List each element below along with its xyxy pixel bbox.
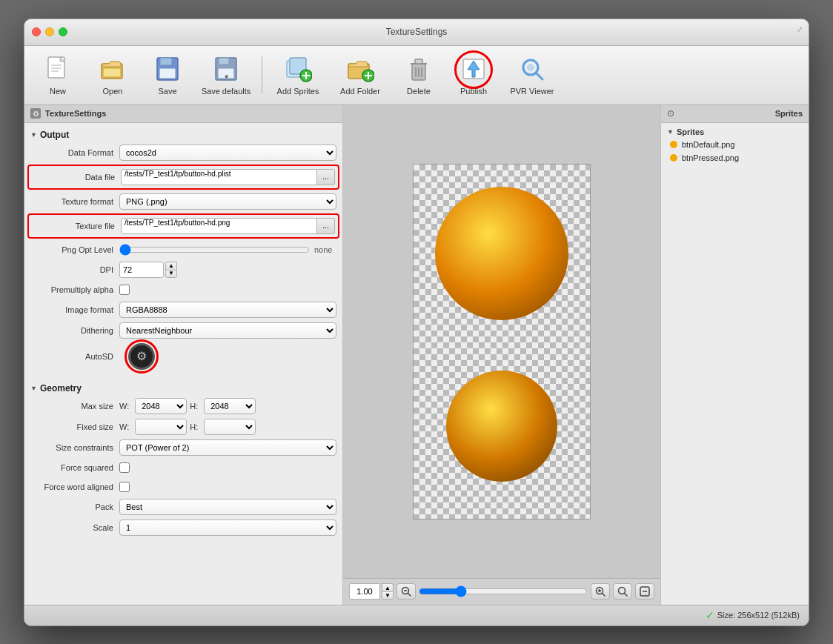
- svg-rect-25: [415, 59, 422, 64]
- texture-file-control: /tests/TP_test1/tp/button-hd.png ...: [121, 218, 335, 234]
- texture-format-select[interactable]: PNG (.png): [119, 193, 336, 210]
- zoom-stepper-up[interactable]: ▲: [382, 583, 394, 591]
- zoom-stepper-down[interactable]: ▼: [382, 591, 394, 600]
- png-opt-row: Png Opt Level none: [24, 240, 342, 259]
- sprite-item-0[interactable]: btnDefault.png: [661, 138, 809, 151]
- sprite-item-1[interactable]: btnPressed.png: [661, 151, 809, 165]
- data-file-row: Data file /tests/TP_test1/tp/button-hd.p…: [27, 165, 339, 190]
- force-word-aligned-row: Force word aligned: [24, 477, 342, 497]
- premultiply-label: Premultiply alpha: [30, 285, 119, 294]
- delete-icon: [404, 54, 434, 84]
- data-format-select[interactable]: cocos2d: [119, 145, 336, 161]
- force-squared-control: [119, 462, 336, 473]
- texture-format-row: Texture format PNG (.png): [24, 191, 342, 212]
- image-format-control: RGBA8888: [119, 302, 336, 318]
- add-sprites-button[interactable]: Add Sprites: [268, 49, 328, 101]
- canvas-toolbar: ▲ ▼: [343, 578, 660, 605]
- dpi-row: DPI 72 ▲ ▼: [24, 259, 342, 280]
- geometry-section-header[interactable]: ▼ Geometry: [24, 381, 342, 396]
- pack-row: Pack Best: [24, 497, 342, 517]
- image-format-label: Image format: [30, 305, 119, 314]
- open-button[interactable]: Open: [87, 49, 139, 101]
- zoom-fit-button[interactable]: [613, 583, 632, 600]
- sprites-panel-title: Sprites: [775, 109, 803, 118]
- zoom-input[interactable]: [349, 583, 380, 600]
- premultiply-row: Premultiply alpha: [24, 280, 342, 299]
- png-opt-value: none: [314, 245, 336, 254]
- zoom-stepper: ▲ ▼: [382, 583, 394, 600]
- max-size-w-select[interactable]: 2048: [135, 398, 187, 414]
- max-size-control: W: 2048 H: 2048: [119, 398, 336, 414]
- data-file-label: Data file: [32, 173, 121, 182]
- traffic-lights: [32, 27, 67, 36]
- scale-select[interactable]: 1: [119, 519, 336, 536]
- save-button[interactable]: Save: [142, 49, 193, 101]
- sprite-name-0: btnDefault.png: [682, 140, 735, 149]
- save-icon: [153, 54, 182, 84]
- scale-row: Scale 1: [24, 517, 342, 538]
- max-size-h-select[interactable]: 2048: [204, 398, 256, 414]
- output-section-header[interactable]: ▼ Output: [24, 127, 342, 142]
- fixed-h-label: H:: [190, 422, 198, 431]
- dithering-label: Dithering: [30, 326, 119, 335]
- delete-button[interactable]: Delete: [393, 49, 445, 101]
- canvas-wrapper[interactable]: [343, 105, 660, 578]
- data-file-input[interactable]: /tests/TP_test1/tp/button-hd.plist: [121, 169, 317, 185]
- texture-file-input[interactable]: /tests/TP_test1/tp/button-hd.png: [121, 218, 317, 234]
- data-file-browse-button[interactable]: ...: [317, 169, 335, 185]
- size-constraints-label: Size constraints: [30, 443, 119, 452]
- zoom-out-button[interactable]: [396, 583, 416, 600]
- dpi-stepper-up[interactable]: ▲: [165, 262, 177, 270]
- autosd-button[interactable]: ⚙: [128, 343, 155, 370]
- resize-icon: ⤢: [797, 25, 803, 33]
- texture-file-row: Texture file /tests/TP_test1/tp/button-h…: [27, 213, 339, 239]
- texture-file-browse-button[interactable]: ...: [317, 218, 335, 234]
- sprite-name-1: btnPressed.png: [682, 153, 739, 162]
- add-sprites-label: Add Sprites: [277, 87, 319, 96]
- left-panel-header: ⚙ TextureSettings: [24, 105, 342, 123]
- force-word-aligned-checkbox[interactable]: [119, 482, 130, 492]
- new-button[interactable]: New: [32, 49, 84, 101]
- publish-button[interactable]: Publish: [448, 49, 500, 101]
- premultiply-checkbox[interactable]: [119, 285, 130, 295]
- zoom-slider[interactable]: [419, 586, 588, 597]
- texture-format-control: PNG (.png): [119, 193, 336, 210]
- geometry-title: Geometry: [40, 383, 82, 394]
- scale-label: Scale: [30, 523, 119, 532]
- dpi-label: DPI: [30, 265, 119, 274]
- fixed-size-w-select[interactable]: [135, 419, 187, 435]
- add-folder-icon: [345, 54, 375, 84]
- maximize-button[interactable]: [59, 27, 67, 36]
- pvr-viewer-button[interactable]: PVR Viewer: [502, 49, 562, 101]
- dpi-stepper: ▲ ▼: [165, 262, 177, 278]
- fixed-size-label: Fixed size: [30, 422, 119, 431]
- png-opt-slider[interactable]: [119, 245, 310, 255]
- save-defaults-button[interactable]: ★ Save defaults: [196, 49, 256, 101]
- pack-select[interactable]: Best: [119, 499, 336, 515]
- autosd-control: ⚙: [119, 343, 336, 370]
- toolbar: New Open Save: [24, 46, 809, 105]
- close-button[interactable]: [32, 27, 41, 36]
- size-constraints-select[interactable]: POT (Power of 2): [119, 439, 336, 456]
- add-folder-button[interactable]: Add Folder: [331, 49, 390, 101]
- dithering-select-wrapper: NearestNeighbour: [119, 322, 336, 339]
- sprites-section-header[interactable]: ▼ Sprites: [661, 126, 809, 138]
- zoom-input-group: ▲ ▼: [349, 583, 394, 600]
- force-squared-row: Force squared: [24, 458, 342, 477]
- dpi-stepper-down[interactable]: ▼: [165, 270, 177, 278]
- geometry-section: ▼ Geometry Max size W: 2048 H: 2048: [24, 376, 342, 542]
- ball-small: [446, 371, 557, 482]
- fixed-size-h-select[interactable]: [204, 419, 256, 435]
- dpi-input-group: 72 ▲ ▼: [119, 262, 177, 278]
- zoom-in-button[interactable]: [591, 583, 610, 600]
- image-format-select[interactable]: RGBA8888: [119, 302, 336, 318]
- size-constraints-select-wrapper: POT (Power of 2): [119, 439, 336, 456]
- dithering-select[interactable]: NearestNeighbour: [119, 322, 336, 339]
- png-opt-control: none: [119, 245, 336, 255]
- texture-file-label: Texture file: [32, 222, 121, 230]
- dpi-input[interactable]: 72: [119, 262, 164, 278]
- zoom-reset-button[interactable]: [635, 583, 654, 600]
- force-squared-checkbox[interactable]: [119, 462, 130, 473]
- minimize-button[interactable]: [45, 27, 54, 36]
- svg-line-42: [625, 594, 628, 597]
